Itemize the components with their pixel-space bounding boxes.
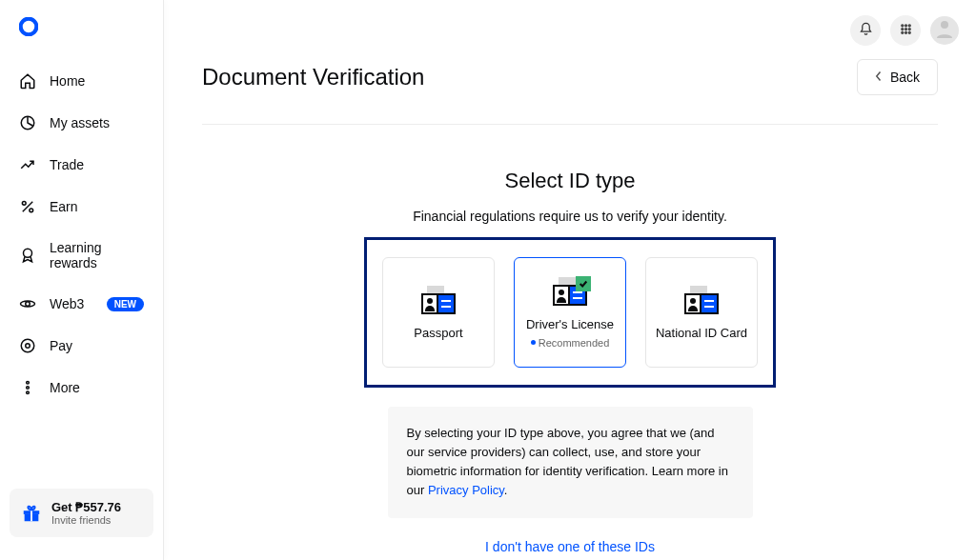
id-options-highlight: Passport Driver's License Recommended xyxy=(364,237,776,388)
home-icon xyxy=(19,72,36,90)
trend-icon xyxy=(19,156,36,173)
svg-point-10 xyxy=(27,387,30,390)
back-button[interactable]: Back xyxy=(857,59,938,95)
invite-subtitle: Invite friends xyxy=(51,514,121,526)
pie-icon xyxy=(19,114,36,131)
orbit-icon xyxy=(19,295,36,312)
svg-point-5 xyxy=(26,302,30,307)
gift-icon xyxy=(21,503,42,524)
id-card-icon xyxy=(421,291,456,316)
svg-point-3 xyxy=(30,209,33,212)
svg-point-18 xyxy=(901,28,903,30)
nav-label: My assets xyxy=(50,115,110,130)
svg-point-11 xyxy=(27,391,30,394)
svg-point-2 xyxy=(22,201,26,205)
verify-section: Select ID type Financial regulations req… xyxy=(202,169,938,554)
id-label: National ID Card xyxy=(656,326,747,340)
page-header: Document Verification Back xyxy=(202,59,938,125)
invite-friends-card[interactable]: Get ₱557.76 Invite friends xyxy=(10,489,153,537)
consent-text: By selecting your ID type above, you agr… xyxy=(388,407,753,518)
svg-point-21 xyxy=(901,31,903,33)
sidebar-item-learning[interactable]: Learning rewards xyxy=(0,229,163,282)
consent-suffix: . xyxy=(504,483,508,497)
no-id-link[interactable]: I don't have one of these IDs xyxy=(485,539,655,554)
more-icon xyxy=(19,379,36,396)
nav-label: Web3 xyxy=(50,296,84,311)
notifications-button[interactable] xyxy=(850,15,881,46)
svg-point-16 xyxy=(905,24,906,26)
sidebar-item-earn[interactable]: Earn xyxy=(0,187,163,227)
app-shell: Home My assets Trade Earn Learning rewar… xyxy=(0,0,976,560)
percent-icon xyxy=(19,198,36,215)
svg-point-20 xyxy=(908,28,910,30)
badge-icon xyxy=(19,247,36,264)
sidebar-item-trade[interactable]: Trade xyxy=(0,145,163,185)
svg-point-7 xyxy=(21,339,34,352)
apps-grid-icon xyxy=(899,22,913,40)
nav-label: Pay xyxy=(50,338,72,353)
svg-point-22 xyxy=(905,31,906,33)
privacy-policy-link[interactable]: Privacy Policy xyxy=(428,483,504,497)
bell-icon xyxy=(859,22,873,40)
id-option-passport[interactable]: Passport xyxy=(382,257,495,368)
new-badge: NEW xyxy=(107,297,144,311)
coin-icon xyxy=(19,337,36,354)
svg-point-4 xyxy=(24,249,32,257)
svg-point-9 xyxy=(27,381,30,384)
sidebar-item-assets[interactable]: My assets xyxy=(0,103,163,143)
id-cards-row: Passport Driver's License Recommended xyxy=(382,257,758,368)
chevron-left-icon xyxy=(875,70,883,85)
svg-point-15 xyxy=(901,24,903,26)
svg-point-8 xyxy=(26,344,30,349)
id-card-icon xyxy=(553,283,587,308)
id-label: Passport xyxy=(414,326,462,340)
recommended-label: Recommended xyxy=(531,337,610,349)
topbar xyxy=(850,15,959,46)
verify-subtitle: Financial regulations require us to veri… xyxy=(413,209,727,224)
verify-title: Select ID type xyxy=(505,169,636,193)
back-label: Back xyxy=(890,70,920,85)
svg-point-0 xyxy=(21,19,37,35)
id-card-icon xyxy=(684,291,719,316)
nav-label: Learning rewards xyxy=(50,240,144,270)
nav-label: Home xyxy=(50,73,85,89)
id-label: Driver's License xyxy=(526,317,614,331)
svg-point-24 xyxy=(941,21,948,29)
svg-point-17 xyxy=(908,24,910,26)
nav-label: Trade xyxy=(50,157,84,172)
sidebar-nav: Home My assets Trade Earn Learning rewar… xyxy=(0,57,163,477)
svg-point-19 xyxy=(905,28,906,30)
invite-title: Get ₱557.76 xyxy=(51,500,121,514)
sidebar-item-pay[interactable]: Pay xyxy=(0,326,163,366)
check-icon xyxy=(576,276,591,291)
sidebar: Home My assets Trade Earn Learning rewar… xyxy=(0,0,164,560)
sidebar-item-home[interactable]: Home xyxy=(0,61,163,101)
page-content: Document Verification Back Select ID typ… xyxy=(164,0,976,554)
id-option-drivers-license[interactable]: Driver's License Recommended xyxy=(514,257,626,368)
main-content: Document Verification Back Select ID typ… xyxy=(164,0,976,560)
apps-button[interactable] xyxy=(890,15,921,46)
invite-text: Get ₱557.76 Invite friends xyxy=(51,500,121,526)
sidebar-item-more[interactable]: More xyxy=(0,368,163,408)
nav-label: Earn xyxy=(50,199,78,214)
page-title: Document Verification xyxy=(202,64,424,90)
nav-label: More xyxy=(50,380,80,395)
user-avatar[interactable] xyxy=(930,16,959,45)
svg-rect-14 xyxy=(30,510,32,521)
sidebar-item-web3[interactable]: Web3 NEW xyxy=(0,284,163,324)
avatar-icon xyxy=(933,17,956,44)
svg-point-23 xyxy=(908,31,910,33)
id-option-national-id[interactable]: National ID Card xyxy=(645,257,758,368)
brand-logo[interactable] xyxy=(0,17,163,57)
